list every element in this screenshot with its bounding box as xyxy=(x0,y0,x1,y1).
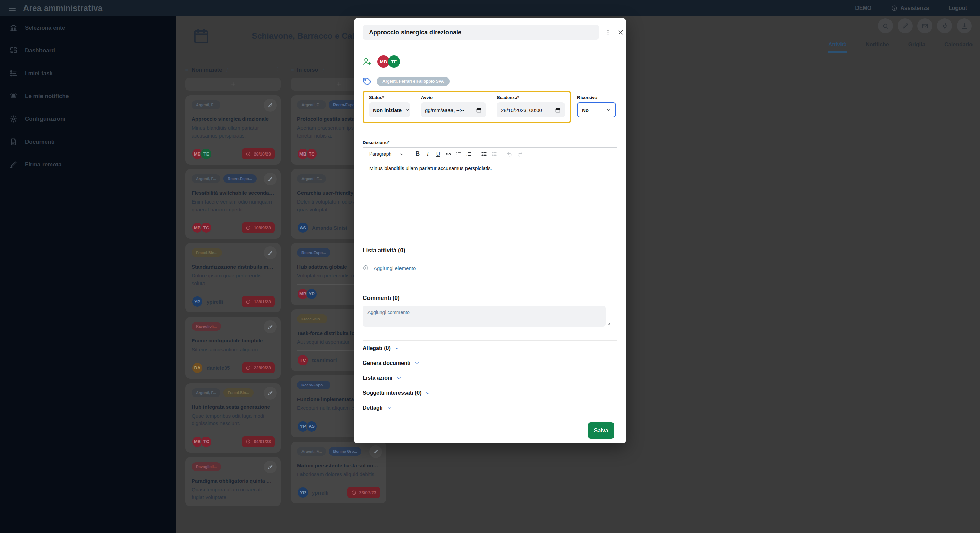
card-tag: Argenti, F... xyxy=(297,100,326,109)
accordion-allegati-0[interactable]: Allegati (0) xyxy=(363,341,400,356)
underline-button[interactable]: U xyxy=(433,149,443,159)
column-non-iniziate: Non iniziate7Argenti, F...Approccio sine… xyxy=(185,67,281,506)
edit-card-button[interactable] xyxy=(264,320,277,333)
resize-handle-icon[interactable] xyxy=(606,320,611,325)
undo-button[interactable] xyxy=(504,149,514,159)
column-status-dot xyxy=(291,69,294,72)
avvio-value: gg/mm/aaaa, --:-- xyxy=(425,107,465,113)
scadenza-date-input[interactable]: 28/10/2023, 00:00 xyxy=(497,102,565,118)
modal-close-button[interactable] xyxy=(617,29,624,36)
indent-button[interactable] xyxy=(479,149,489,159)
pencil-button[interactable] xyxy=(898,18,913,33)
accordion-genera-documenti[interactable]: Genera documenti xyxy=(363,356,420,371)
due-date-badge: 23/07/23 xyxy=(347,487,380,498)
menu-button[interactable] xyxy=(8,4,16,12)
card-description: Quasi tempora ullam occaecati fugiat vol… xyxy=(192,486,275,501)
italic-button[interactable]: I xyxy=(423,149,433,159)
accordion-soggetti-interessati-0[interactable]: Soggetti interessati (0) xyxy=(363,386,430,401)
status-select[interactable]: Non iniziate xyxy=(369,102,410,118)
header-actions xyxy=(878,18,972,33)
modal-avatars: MBTE xyxy=(377,56,400,68)
edit-card-button[interactable] xyxy=(264,387,277,399)
tab-calendario[interactable]: Calendario xyxy=(944,41,972,53)
card-divider xyxy=(192,432,275,432)
sidebar-item-documenti[interactable]: Documenti xyxy=(0,130,176,153)
edit-card-button[interactable] xyxy=(264,99,277,111)
task-card[interactable]: Argenti, F...Fracci-Bin...Hub integrata … xyxy=(185,383,281,453)
topbar-link-assistenza[interactable]: Assistenza xyxy=(891,5,929,11)
topbar-link-logout[interactable]: Logout xyxy=(949,5,967,11)
app: Area amministrativa DEMOAssistenzaLogout… xyxy=(0,0,980,533)
add-assignee-button[interactable] xyxy=(363,57,372,66)
tab-attivit[interactable]: Attività xyxy=(828,41,846,53)
card-tag: Fracci-Bin... xyxy=(297,315,327,323)
description-editor[interactable]: Minus blanditiis ullam pariatur accusamu… xyxy=(363,160,617,228)
topbar-link-demo[interactable]: DEMO xyxy=(855,5,872,11)
description-section: Descrizione* Paragraph BIU12 Minus bland… xyxy=(363,140,617,228)
task-card[interactable]: Argenti, F...Roero-Espo...Flessibilità s… xyxy=(185,169,281,239)
accordion-label: Allegati (0) xyxy=(363,345,391,351)
sidebar-item-le-mie-notifiche[interactable]: Le mie notifiche xyxy=(0,85,176,108)
add-card-button[interactable] xyxy=(185,78,281,91)
add-element-button[interactable]: Aggiungi elemento xyxy=(363,265,416,271)
link-button[interactable] xyxy=(443,149,453,159)
avatar: TC xyxy=(200,436,212,447)
paragraph-style-select[interactable]: Paragraph xyxy=(366,151,407,157)
avvio-date-input[interactable]: gg/mm/aaaa, --:-- xyxy=(421,102,486,118)
tab-griglia[interactable]: Griglia xyxy=(908,41,926,53)
edit-card-button[interactable] xyxy=(369,445,382,458)
edit-card-button[interactable] xyxy=(264,173,277,186)
tab-notifiche[interactable]: Notifiche xyxy=(865,41,889,53)
clock-icon xyxy=(246,225,251,231)
edit-card-button[interactable] xyxy=(264,247,277,259)
bulleted-list-icon xyxy=(456,151,461,157)
sidebar-item-configurazioni[interactable]: Configurazioni xyxy=(0,108,176,130)
task-card[interactable]: Ravaglioli...Paradigma obbligatoria quin… xyxy=(185,457,281,506)
card-title: Hub integrata sesta generazione xyxy=(192,404,275,410)
modal-header xyxy=(363,25,617,40)
numbered-list-button[interactable]: 12 xyxy=(463,149,474,159)
avatar: YP xyxy=(192,296,203,307)
sidebar-item-seleziona-ente[interactable]: Seleziona ente xyxy=(0,16,176,39)
ricorsivo-select[interactable]: No xyxy=(577,102,616,118)
comment-input[interactable] xyxy=(363,305,606,327)
task-card[interactable]: Argenti, F...Bonino Gro...Matrici persis… xyxy=(291,442,386,504)
sidebar-item-firma-remota[interactable]: Firma remota xyxy=(0,153,176,176)
sidebar-item-dashboard[interactable]: Dashboard xyxy=(0,39,176,62)
sidebar-item-i-miei-task[interactable]: I miei task xyxy=(0,62,176,85)
lista-attivita-heading: Lista attività (0) xyxy=(363,247,617,254)
clock-icon xyxy=(246,151,251,157)
description-label: Descrizione* xyxy=(363,140,617,145)
bulleted-list-button[interactable] xyxy=(453,149,463,159)
accordion-label: Genera documenti xyxy=(363,360,410,366)
task-title-input[interactable] xyxy=(363,25,599,40)
modal-menu-button[interactable] xyxy=(605,29,611,36)
due-date-badge: 13/01/23 xyxy=(242,296,275,307)
pencil-icon xyxy=(902,23,908,29)
envelope-button[interactable] xyxy=(917,18,932,33)
task-card[interactable]: Ravaglioli...Frame configurabile tangibi… xyxy=(185,317,281,379)
task-card[interactable]: Fracci-Bin...Standardizzazione distribui… xyxy=(185,243,281,312)
outdent-button[interactable] xyxy=(489,149,499,159)
redo-button[interactable] xyxy=(514,149,525,159)
pencil-icon xyxy=(268,250,273,256)
avatar: AS xyxy=(306,421,318,432)
accordion-lista-azioni[interactable]: Lista azioni xyxy=(363,371,401,386)
accordion-dettagli[interactable]: Dettagli xyxy=(363,401,392,415)
task-card[interactable]: Argenti, F...Approccio sinergica direzio… xyxy=(185,95,281,165)
column-menu-button[interactable] xyxy=(275,66,281,74)
due-date-badge: 04/01/23 xyxy=(242,436,275,447)
edit-card-button[interactable] xyxy=(264,460,277,473)
topbar-link-label: DEMO xyxy=(855,5,872,11)
pencil-icon xyxy=(373,449,379,454)
bold-button[interactable]: B xyxy=(412,149,423,159)
search-button[interactable] xyxy=(878,18,893,33)
download-button[interactable] xyxy=(957,18,972,33)
pencil-icon xyxy=(268,464,273,469)
card-footer: MBTE28/10/23 xyxy=(192,148,275,160)
plug-button[interactable] xyxy=(937,18,952,33)
pencil-icon xyxy=(268,103,273,108)
save-button[interactable]: Salva xyxy=(588,422,614,439)
company-tag: Argenti, Ferrari e Falloppio SPA xyxy=(377,76,450,86)
accordion-label: Soggetti interessati (0) xyxy=(363,390,421,396)
